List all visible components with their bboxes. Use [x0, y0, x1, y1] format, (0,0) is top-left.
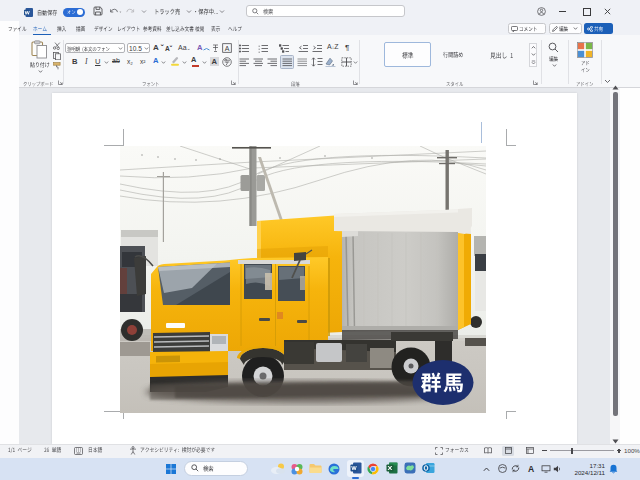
svg-text:A: A: [225, 44, 230, 51]
